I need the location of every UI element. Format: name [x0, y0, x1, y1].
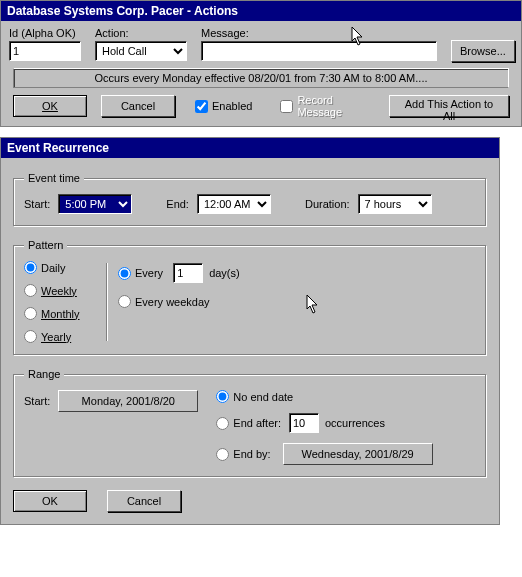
- enabled-label: Enabled: [212, 100, 252, 112]
- browse-button[interactable]: Browse...: [451, 40, 515, 62]
- occurs-status: Occurs every Monday effective 08/20/01 f…: [13, 68, 509, 88]
- range-endby-button[interactable]: Wednesday, 2001/8/29: [283, 443, 433, 465]
- occurs-text: Occurs every Monday effective 08/20/01 f…: [94, 72, 427, 84]
- message-input[interactable]: [201, 41, 437, 61]
- daily-every-weekday-radio[interactable]: Every weekday: [118, 295, 226, 308]
- days-suffix-label: day(s): [209, 267, 240, 279]
- range-legend: Range: [24, 368, 64, 380]
- enabled-checkbox[interactable]: Enabled: [195, 100, 252, 113]
- action-select[interactable]: Hold Call: [95, 41, 187, 61]
- id-input[interactable]: [9, 41, 81, 61]
- record-message-checkbox[interactable]: Record Message: [280, 94, 347, 118]
- message-label: Message:: [201, 27, 437, 39]
- pattern-monthly-radio[interactable]: Monthly: [24, 307, 88, 320]
- duration-select[interactable]: 7 hours: [358, 194, 432, 214]
- end-time-label: End:: [166, 198, 189, 210]
- range-endafter-n-input[interactable]: [289, 413, 319, 433]
- end-time-select[interactable]: 12:00 AM: [197, 194, 271, 214]
- range-noend-radio[interactable]: No end date: [216, 390, 418, 403]
- range-start-button[interactable]: Monday, 2001/8/20: [58, 390, 198, 412]
- id-label: Id (Alpha OK): [9, 27, 81, 39]
- record-message-label: Record Message: [297, 94, 347, 118]
- recur-cancel-button[interactable]: Cancel: [107, 490, 181, 512]
- recurrence-title: Event Recurrence: [7, 141, 109, 155]
- cancel-button[interactable]: Cancel: [101, 95, 175, 117]
- event-time-legend: Event time: [24, 172, 84, 184]
- daily-every-n-input[interactable]: [173, 263, 203, 283]
- actions-titlebar: Database Systems Corp. Pacer - Actions: [1, 1, 521, 21]
- action-label: Action:: [95, 27, 187, 39]
- daily-every-n-radio[interactable]: Every: [118, 267, 163, 280]
- recur-ok-button[interactable]: OK: [13, 490, 87, 512]
- pattern-legend: Pattern: [24, 239, 67, 251]
- recurrence-titlebar: Event Recurrence: [1, 138, 499, 158]
- range-endby-radio[interactable]: End by:: [216, 448, 270, 461]
- start-time-select[interactable]: 5:00 PM: [58, 194, 132, 214]
- pattern-daily-radio[interactable]: Daily: [24, 261, 88, 274]
- pattern-yearly-radio[interactable]: Yearly: [24, 330, 88, 343]
- pattern-weekly-radio[interactable]: Weekly: [24, 284, 88, 297]
- range-endafter-radio[interactable]: End after:: [216, 417, 281, 430]
- add-action-all-button[interactable]: Add This Action to All: [389, 95, 509, 117]
- duration-label: Duration:: [305, 198, 350, 210]
- ok-button[interactable]: OK: [13, 95, 87, 117]
- occurrences-label: occurrences: [325, 417, 385, 429]
- range-start-label: Start:: [24, 395, 50, 407]
- pattern-divider: [106, 263, 108, 341]
- start-time-label: Start:: [24, 198, 50, 210]
- actions-title: Database Systems Corp. Pacer - Actions: [7, 4, 238, 18]
